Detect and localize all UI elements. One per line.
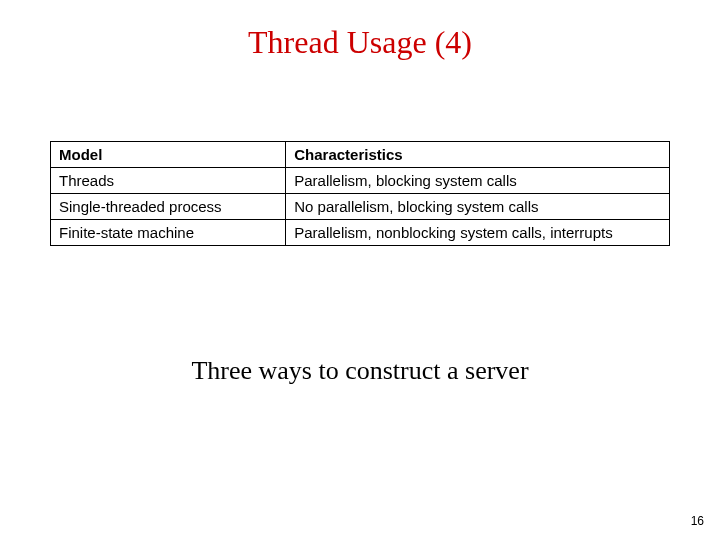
cell-characteristics: Parallelism, nonblocking system calls, i… (286, 220, 670, 246)
cell-characteristics: Parallelism, blocking system calls (286, 168, 670, 194)
table-row: Threads Parallelism, blocking system cal… (51, 168, 670, 194)
cell-model: Threads (51, 168, 286, 194)
header-characteristics: Characteristics (286, 142, 670, 168)
cell-model: Single-threaded process (51, 194, 286, 220)
header-model: Model (51, 142, 286, 168)
table-header-row: Model Characteristics (51, 142, 670, 168)
page-number: 16 (691, 514, 704, 528)
cell-model: Finite-state machine (51, 220, 286, 246)
slide-caption: Three ways to construct a server (0, 356, 720, 386)
table-row: Finite-state machine Parallelism, nonblo… (51, 220, 670, 246)
cell-characteristics: No parallelism, blocking system calls (286, 194, 670, 220)
table-row: Single-threaded process No parallelism, … (51, 194, 670, 220)
table-container: Model Characteristics Threads Parallelis… (50, 141, 670, 246)
models-table: Model Characteristics Threads Parallelis… (50, 141, 670, 246)
slide-title: Thread Usage (4) (0, 24, 720, 61)
